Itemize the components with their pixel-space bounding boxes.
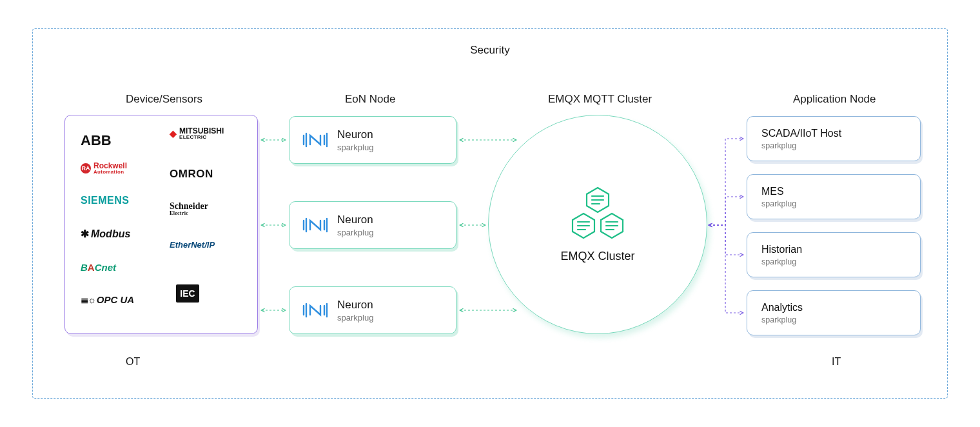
mitsubishi-diamonds-icon: ◆ [170, 129, 177, 138]
emqx-cluster-circle: EMQX Cluster [488, 115, 707, 334]
bottom-it-label: IT [832, 356, 841, 368]
vendor-iec-logo: IEC [176, 284, 199, 303]
app-node-card: Historian sparkplug [747, 232, 921, 277]
vendor-modbus-logo: Modbus [81, 229, 130, 239]
neuron-icon [302, 301, 328, 320]
vendor-siemens-logo: SIEMENS [81, 195, 130, 206]
vendor-mitsubishi-line2: ELECTRIC [179, 135, 224, 140]
col-title-apps: Application Node [793, 93, 876, 106]
bacnet-pre: B [81, 262, 88, 273]
eon-node-card: Neuron sparkplug [289, 286, 456, 334]
app-node-card: SCADA/IIoT Host sparkplug [747, 116, 921, 161]
bottom-ot-label: OT [126, 356, 140, 368]
eon-node-card: Neuron sparkplug [289, 201, 456, 249]
col-title-eon: EoN Node [345, 93, 395, 106]
vendor-rockwell-logo: RA Rockwell Automation [81, 162, 127, 175]
vendor-rockwell-line2: Automation [93, 170, 127, 175]
neuron-icon [302, 130, 328, 150]
vendor-mitsubishi-logo: ◆ MITSUBISHI ELECTRIC [170, 127, 224, 140]
app-node-card: Analytics sparkplug [747, 290, 921, 335]
bacnet-a: A [88, 262, 95, 273]
neuron-icon [302, 215, 328, 235]
eon-node-name: Neuron [337, 299, 373, 312]
devices-panel: ABB ◆ MITSUBISHI ELECTRIC RA Rockwell Au… [64, 115, 258, 334]
eon-node-tag: sparkplug [337, 228, 373, 237]
vendor-bacnet-logo: BACnet [81, 263, 116, 272]
app-node-tag: sparkplug [761, 257, 920, 266]
emqx-cluster-label: EMQX Cluster [560, 250, 634, 263]
vendor-omron-logo: OMRON [170, 168, 213, 179]
vendor-schneider-line1: Schneider [170, 201, 208, 211]
emqx-hex-icon [568, 186, 627, 242]
vendor-schneider-line2: Electric [170, 211, 208, 216]
eon-node-name: Neuron [337, 214, 373, 226]
app-node-tag: sparkplug [761, 315, 920, 324]
vendor-ethernetip-logo: EtherNet/IP [170, 241, 215, 249]
security-title: Security [0, 44, 980, 57]
bacnet-post: Cnet [95, 262, 116, 273]
app-node-name: Analytics [761, 302, 920, 313]
col-title-broker: EMQX MQTT Cluster [548, 93, 652, 106]
vendor-abb-logo: ABB [81, 134, 112, 148]
app-node-tag: sparkplug [761, 199, 920, 208]
vendor-opcua-logo: OPC UA [81, 295, 134, 304]
vendor-schneider-logo: Schneider Electric [170, 202, 208, 216]
col-title-devices: Device/Sensors [126, 93, 202, 106]
eon-node-card: Neuron sparkplug [289, 116, 456, 164]
eon-node-tag: sparkplug [337, 143, 373, 152]
eon-node-tag: sparkplug [337, 313, 373, 323]
app-node-card: MES sparkplug [747, 174, 921, 219]
rockwell-badge-icon: RA [81, 163, 91, 174]
app-node-name: SCADA/IIoT Host [761, 128, 920, 139]
app-node-name: MES [761, 186, 920, 197]
app-node-tag: sparkplug [761, 141, 920, 150]
app-node-name: Historian [761, 244, 920, 255]
eon-node-name: Neuron [337, 128, 373, 141]
